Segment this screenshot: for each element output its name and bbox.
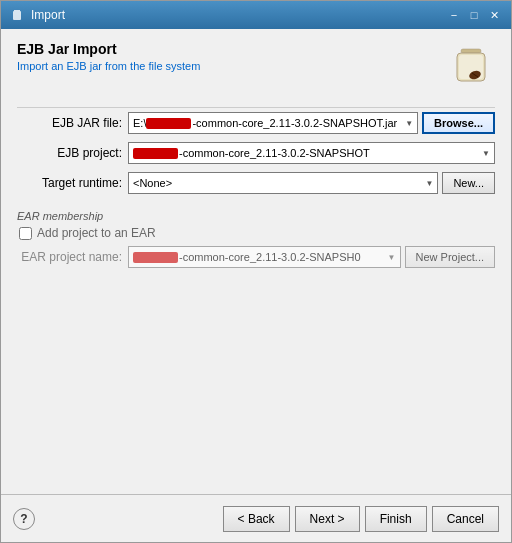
page-title-section: EJB Jar Import Import an EJB jar from th… [17, 41, 200, 72]
jar-file-label: EJB JAR file: [17, 116, 122, 130]
jar-file-select-text: E:\ -common-core_2.11-3.0.2-SNAPSHOT.jar [133, 117, 397, 129]
target-runtime-row: Target runtime: <None> New... [17, 172, 495, 194]
ear-membership-heading: EAR membership [17, 210, 495, 222]
help-button[interactable]: ? [13, 508, 35, 530]
ear-project-control-group: -common-core_2.11-3.0.2-SNAPSH0 New Proj… [128, 246, 495, 268]
title-bar-controls: − □ ✕ [445, 6, 503, 24]
jar-illustration [447, 41, 495, 89]
target-runtime-value: <None> [133, 177, 172, 189]
browse-button[interactable]: Browse... [422, 112, 495, 134]
import-dialog: Import − □ ✕ EJB Jar Import Import an EJ… [0, 0, 512, 543]
ejb-project-select[interactable]: -common-core_2.11-3.0.2-SNAPSHOT [128, 142, 495, 164]
ejb-project-label: EJB project: [17, 146, 122, 160]
add-ear-row: Add project to an EAR [17, 226, 495, 240]
content-spacer [17, 268, 495, 482]
close-button[interactable]: ✕ [485, 6, 503, 24]
ear-project-redacted [133, 252, 178, 263]
add-ear-checkbox[interactable] [19, 227, 32, 240]
maximize-button[interactable]: □ [465, 6, 483, 24]
jar-file-redacted [146, 118, 191, 129]
bottom-left: ? [13, 508, 35, 530]
jar-file-select[interactable]: E:\ -common-core_2.11-3.0.2-SNAPSHOT.jar [128, 112, 418, 134]
ejb-project-suffix: -common-core_2.11-3.0.2-SNAPSHOT [179, 147, 370, 159]
ejb-project-select-text: -common-core_2.11-3.0.2-SNAPSHOT [133, 147, 370, 159]
cancel-button[interactable]: Cancel [432, 506, 499, 532]
new-project-button[interactable]: New Project... [405, 246, 495, 268]
back-button[interactable]: < Back [223, 506, 290, 532]
target-runtime-control-group: <None> New... [128, 172, 495, 194]
jar-file-row: EJB JAR file: E:\ -common-core_2.11-3.0.… [17, 112, 495, 134]
title-bar-left: Import [9, 7, 65, 23]
new-runtime-button[interactable]: New... [442, 172, 495, 194]
target-runtime-select[interactable]: <None> [128, 172, 438, 194]
ear-project-row: EAR project name: -common-core_2.11-3.0.… [17, 246, 495, 268]
page-subtitle: Import an EJB jar from the file system [17, 60, 200, 72]
ejb-project-row: EJB project: -common-core_2.11-3.0.2-SNA… [17, 142, 495, 164]
svg-rect-2 [461, 49, 481, 53]
bottom-bar: ? < Back Next > Finish Cancel [1, 494, 511, 542]
ear-project-name-label: EAR project name: [17, 250, 122, 264]
window-title: Import [31, 8, 65, 22]
header-divider [17, 107, 495, 108]
page-header: EJB Jar Import Import an EJB jar from th… [17, 41, 495, 89]
bottom-right: < Back Next > Finish Cancel [223, 506, 499, 532]
ear-project-suffix: -common-core_2.11-3.0.2-SNAPSH0 [179, 251, 361, 263]
add-ear-label[interactable]: Add project to an EAR [37, 226, 156, 240]
jar-file-prefix: E:\ [133, 117, 146, 129]
svg-rect-0 [14, 10, 20, 11]
ear-section: EAR membership Add project to an EAR EAR… [17, 210, 495, 268]
ejb-project-redacted [133, 148, 178, 159]
ejb-project-control-group: -common-core_2.11-3.0.2-SNAPSHOT [128, 142, 495, 164]
title-bar-icon [9, 7, 25, 23]
ear-project-select-text: -common-core_2.11-3.0.2-SNAPSH0 [133, 251, 361, 263]
page-title: EJB Jar Import [17, 41, 200, 57]
finish-button[interactable]: Finish [365, 506, 427, 532]
target-runtime-label: Target runtime: [17, 176, 122, 190]
next-button[interactable]: Next > [295, 506, 360, 532]
jar-file-control-group: E:\ -common-core_2.11-3.0.2-SNAPSHOT.jar… [128, 112, 495, 134]
jar-file-suffix: -common-core_2.11-3.0.2-SNAPSHOT.jar [192, 117, 397, 129]
title-bar: Import − □ ✕ [1, 1, 511, 29]
svg-rect-1 [13, 11, 21, 20]
form-section: EJB JAR file: E:\ -common-core_2.11-3.0.… [17, 112, 495, 194]
target-runtime-select-text: <None> [133, 177, 172, 189]
minimize-button[interactable]: − [445, 6, 463, 24]
dialog-content: EJB Jar Import Import an EJB jar from th… [1, 29, 511, 494]
ear-project-select[interactable]: -common-core_2.11-3.0.2-SNAPSH0 [128, 246, 401, 268]
